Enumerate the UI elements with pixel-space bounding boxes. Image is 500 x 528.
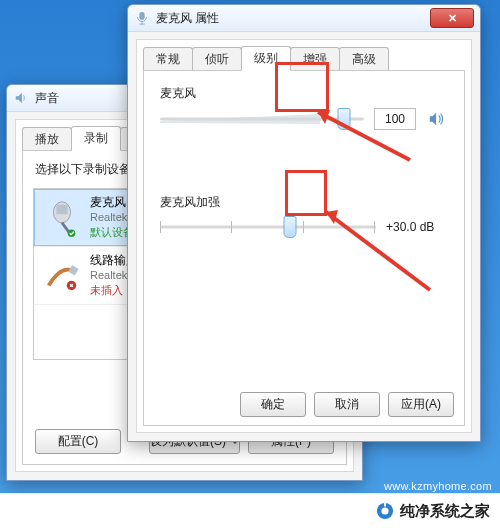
svg-rect-1: [56, 204, 67, 214]
tab-listen[interactable]: 侦听: [192, 47, 242, 71]
mic-buttons: 确定 取消 应用(A): [240, 392, 454, 417]
mic-body: 常规 侦听 级别 增强 高级 麦克风 100: [136, 39, 472, 433]
tab-general[interactable]: 常规: [143, 47, 193, 71]
levels-panel: 麦克风 100 麦克风加强: [143, 70, 465, 426]
apply-button[interactable]: 应用(A): [388, 392, 454, 417]
svg-point-12: [381, 507, 388, 514]
watermark-text: 纯净系统之家: [400, 502, 490, 521]
mic-titlebar[interactable]: 麦克风 属性 ✕: [128, 5, 480, 32]
watermark-url: www.kzmyhome.com: [384, 480, 492, 492]
watermark-bar: 纯净系统之家: [0, 493, 500, 528]
mic-boost-value: +30.0 dB: [386, 220, 448, 234]
tab-enhance[interactable]: 增强: [290, 47, 340, 71]
ok-button[interactable]: 确定: [240, 392, 306, 417]
mic-level-label: 麦克风: [160, 85, 448, 102]
tab-advanced[interactable]: 高级: [339, 47, 389, 71]
mic-level-value: 100: [374, 108, 416, 130]
close-button[interactable]: ✕: [430, 8, 474, 28]
volume-icon[interactable]: [426, 108, 448, 130]
slider-thumb[interactable]: [283, 216, 296, 238]
mic-properties-window: 麦克风 属性 ✕ 常规 侦听 级别 增强 高级 麦克风: [127, 4, 481, 442]
logo-icon: [376, 502, 394, 520]
configure-button[interactable]: 配置(C): [35, 429, 121, 454]
tab-recording[interactable]: 录制: [71, 126, 121, 151]
slider-track-line: [160, 226, 376, 229]
mic-level-section: 麦克风 100: [144, 71, 464, 130]
close-icon: ✕: [448, 13, 457, 24]
cancel-button[interactable]: 取消: [314, 392, 380, 417]
svg-rect-3: [68, 265, 78, 275]
mic-boost-label: 麦克风加强: [160, 194, 448, 211]
mic-tabs: 常规 侦听 级别 增强 高级: [143, 46, 471, 70]
mic-boost-row: +30.0 dB: [160, 217, 448, 237]
mic-level-row: 100: [160, 108, 448, 130]
svg-point-2: [68, 229, 76, 237]
svg-rect-13: [384, 503, 386, 507]
tab-playback[interactable]: 播放: [22, 127, 72, 151]
microphone-icon: [42, 198, 82, 238]
svg-rect-5: [139, 12, 144, 20]
mic-boost-section: 麦克风加强 +30.0 dB: [144, 180, 464, 237]
desktop: 声音 播放 录制 声音 选择以下录制设备来修改 麦克风 Realtek: [0, 0, 500, 528]
speaker-icon: [13, 90, 29, 106]
tab-levels[interactable]: 级别: [241, 46, 291, 71]
line-in-icon: [42, 256, 82, 296]
slider-track-line: [160, 118, 364, 121]
microphone-icon: [134, 10, 150, 26]
slider-thumb[interactable]: [337, 108, 350, 130]
mic-level-slider[interactable]: [160, 109, 364, 129]
mic-boost-slider[interactable]: [160, 217, 376, 237]
mic-title: 麦克风 属性: [156, 10, 430, 27]
